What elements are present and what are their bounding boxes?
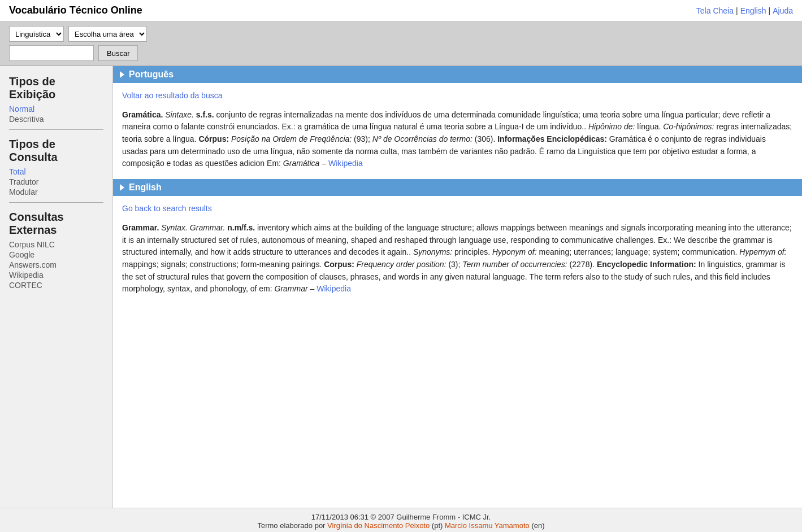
english-header-label: English xyxy=(129,182,162,193)
header-nav: Tela Cheia | English | Ajuda xyxy=(696,6,793,15)
query-types-title: Tipos de Consulta xyxy=(9,138,103,164)
sidebar-item-tradutor: Tradutor xyxy=(9,177,103,186)
sep1: | xyxy=(736,6,738,15)
main-layout: Tipos de Exibição Normal Descritiva Tipo… xyxy=(0,66,802,508)
external-queries-title: Consultas Externas xyxy=(9,211,103,237)
footer-author1-link[interactable]: Virgínia do Nascimento Peixoto xyxy=(327,521,430,530)
sidebar-divider-1 xyxy=(9,129,103,130)
footer-line2: Termo elaborado por Virgínia do Nascimen… xyxy=(9,521,793,530)
portuguese-section-header: Português xyxy=(113,66,802,83)
sidebar-item-descriptiva: Descritiva xyxy=(9,115,103,124)
footer-author2-lang: (en) xyxy=(531,521,544,530)
sidebar-item-cortec: CORTEC xyxy=(9,281,103,290)
wikipedia-en-link[interactable]: Wikipedia xyxy=(317,284,351,293)
sidebar-divider-2 xyxy=(9,202,103,203)
portuguese-triangle-icon xyxy=(120,71,124,78)
help-link[interactable]: Ajuda xyxy=(773,6,793,15)
fullscreen-link[interactable]: Tela Cheia xyxy=(696,6,734,15)
portuguese-header-label: Português xyxy=(129,69,174,80)
footer-prefix: Termo elaborado por xyxy=(257,521,327,530)
pt-back-link[interactable]: Voltar ao resultado da busca xyxy=(122,90,793,102)
sep2: | xyxy=(769,6,771,15)
toolbar-row1: Linguística Escolha uma área xyxy=(9,26,793,42)
pt-body-text: Gramática. Sintaxe. s.f.s. conjunto de r… xyxy=(122,109,793,170)
content-area: Português Voltar ao resultado da busca G… xyxy=(113,66,802,508)
search-input[interactable] xyxy=(9,45,94,61)
footer-author1-lang: (pt) xyxy=(432,521,443,530)
sidebar: Tipos de Exibição Normal Descritiva Tipo… xyxy=(0,66,113,508)
subject-dropdown[interactable]: Linguística xyxy=(9,26,64,42)
wikipedia-pt-link[interactable]: Wikipedia xyxy=(328,159,363,168)
sidebar-item-modular: Modular xyxy=(9,187,103,197)
sidebar-item-answers: Answers.com xyxy=(9,260,103,269)
toolbar-row2: Buscar xyxy=(9,45,793,61)
sidebar-item-total[interactable]: Total xyxy=(9,167,103,176)
sidebar-item-wikipedia: Wikipedia xyxy=(9,271,103,280)
area-dropdown[interactable]: Escolha uma área xyxy=(68,26,147,42)
footer: 17/11/2013 06:31 © 2007 Guilherme Fromm … xyxy=(0,508,802,532)
header: Vocabulário Técnico Online Tela Cheia | … xyxy=(0,0,802,21)
english-link[interactable]: English xyxy=(740,6,766,15)
sidebar-item-google: Google xyxy=(9,250,103,259)
sidebar-item-corpus-nilc: Corpus NILC xyxy=(9,240,103,249)
display-types-title: Tipos de Exibição xyxy=(9,75,103,101)
english-section-header: English xyxy=(113,179,802,196)
english-triangle-icon xyxy=(120,184,124,191)
english-section-body: Go back to search results Grammar. Synta… xyxy=(113,196,802,304)
footer-author2-link[interactable]: Marcio Issamu Yamamoto xyxy=(445,521,530,530)
search-button[interactable]: Buscar xyxy=(98,45,138,61)
toolbar: Linguística Escolha uma área Buscar xyxy=(0,21,802,66)
sidebar-item-normal[interactable]: Normal xyxy=(9,104,103,114)
portuguese-section-body: Voltar ao resultado da busca Gramática. … xyxy=(113,83,802,179)
footer-line1: 17/11/2013 06:31 © 2007 Guilherme Fromm … xyxy=(9,513,793,521)
app-title: Vocabulário Técnico Online xyxy=(9,5,142,16)
en-body-text: Grammar. Syntax. Grammar. n.m/f.s. inven… xyxy=(122,222,793,295)
en-back-link[interactable]: Go back to search results xyxy=(122,203,793,215)
